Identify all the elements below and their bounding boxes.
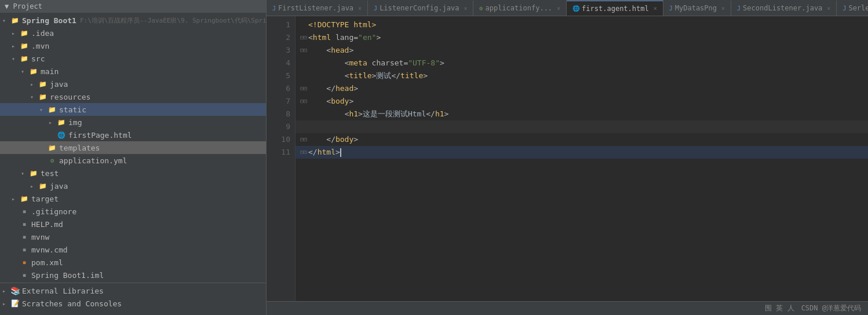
arrow-src bbox=[12, 56, 20, 62]
tree-item-firstpage[interactable]: 🌐 firstPage.html bbox=[0, 129, 266, 141]
tree-item-application[interactable]: ⚙ application.yml bbox=[0, 154, 266, 167]
folder-icon: 📁 bbox=[20, 28, 29, 38]
templates-label: templates bbox=[59, 144, 100, 152]
tree-item-mvn[interactable]: 📁 .mvn bbox=[0, 39, 266, 52]
tab-serletconfig[interactable]: J SerletConfig.java × bbox=[837, 1, 868, 16]
tab-label: first.agent.html bbox=[582, 5, 649, 13]
springboot1-label: Spring Boot1 bbox=[22, 16, 76, 25]
yml-icon: ⚙ bbox=[48, 156, 57, 165]
arrow-test bbox=[21, 170, 29, 177]
folder-icon: 📁 bbox=[20, 41, 29, 50]
html-icon: 🌐 bbox=[57, 130, 66, 140]
fold-marker[interactable]: ⊟ bbox=[300, 133, 308, 146]
tree-item-idea[interactable]: 📁 .idea bbox=[0, 27, 266, 39]
tree-item-java[interactable]: 📁 java bbox=[0, 78, 266, 90]
scratches-icon: 📝 bbox=[10, 299, 20, 308]
pomxml-label: pom.xml bbox=[31, 258, 63, 267]
code-text: 这是一段测试Html bbox=[363, 108, 426, 120]
tab-listenerconfig[interactable]: J ListenerConfig.java × bbox=[368, 1, 473, 16]
tree-item-scratches[interactable]: 📝 Scratches and Consoles bbox=[0, 297, 266, 310]
tab-firstagent[interactable]: 🌐 first.agent.html × bbox=[567, 1, 663, 16]
folder-brown-icon: 📁 bbox=[48, 105, 57, 114]
line-num-2: 2 bbox=[267, 31, 290, 44]
tab-close-icon[interactable]: × bbox=[721, 5, 725, 12]
helpmd-label: HELP.md bbox=[31, 220, 63, 229]
scratches-label: Scratches and Consoles bbox=[22, 299, 122, 308]
tree-item-pomxml[interactable]: ▪ pom.xml bbox=[0, 256, 266, 269]
code-text: title bbox=[400, 69, 423, 82]
fold-marker[interactable]: ⊟ bbox=[300, 82, 308, 95]
tab-close-icon[interactable]: × bbox=[557, 5, 560, 12]
code-editor[interactable]: <!DOCTYPE html> ⊟ <html lang="en"> ⊟ <he… bbox=[296, 16, 868, 301]
tab-close-icon[interactable]: × bbox=[827, 5, 830, 12]
arrow-main bbox=[21, 68, 29, 75]
tree-item-static[interactable]: 📁 static bbox=[0, 103, 266, 116]
code-text bbox=[308, 82, 326, 95]
code-text bbox=[308, 44, 326, 57]
code-text: lang= bbox=[331, 31, 358, 44]
tab-label: applicationfy... bbox=[485, 4, 552, 12]
tab-close-icon[interactable]: × bbox=[654, 5, 657, 12]
tree-item-test-java[interactable]: 📁 java bbox=[0, 180, 266, 192]
tab-mydatas[interactable]: J MyDatasPng × bbox=[663, 1, 731, 16]
java-file-icon: J bbox=[737, 5, 741, 12]
code-line-1: <!DOCTYPE html> bbox=[296, 19, 868, 31]
code-text: > bbox=[353, 133, 358, 146]
tab-applicationfy[interactable]: ⚙ applicationfy... × bbox=[473, 1, 567, 16]
test-java-label: java bbox=[50, 182, 68, 191]
project-tree: 📁 Spring Boot1 F:\培训\百战程序员--JavaEE班\9. S… bbox=[0, 13, 266, 315]
tree-item-mvnwcmd[interactable]: ▪ mvnw.cmd bbox=[0, 243, 266, 256]
tab-close-icon[interactable]: × bbox=[464, 5, 467, 12]
tree-item-templates[interactable]: 📁 templates bbox=[0, 141, 266, 154]
md-icon: ▪ bbox=[20, 219, 29, 229]
tree-item-gitignore[interactable]: ▪ .gitignore bbox=[0, 205, 266, 218]
iml-icon: ▪ bbox=[20, 270, 29, 280]
tree-item-external-libraries[interactable]: 📚 External Libraries bbox=[0, 284, 266, 297]
arrow-springboot1 bbox=[2, 17, 10, 24]
code-line-11: ⊟ </html> bbox=[296, 146, 868, 159]
fold-marker[interactable]: ⊟ bbox=[300, 146, 308, 159]
tree-item-img[interactable]: 📁 img bbox=[0, 116, 266, 129]
arrow-java bbox=[30, 81, 38, 87]
tree-item-helpmd[interactable]: ▪ HELP.md bbox=[0, 218, 266, 230]
fold-marker[interactable]: ⊟ bbox=[300, 44, 308, 57]
code-text: 测试 bbox=[376, 69, 391, 82]
code-text: > bbox=[440, 57, 444, 69]
tab-firstlistener[interactable]: J FirstListener.java × bbox=[267, 1, 368, 16]
tab-label: ListenerConfig.java bbox=[380, 4, 459, 12]
tree-item-test[interactable]: 📁 test bbox=[0, 167, 266, 180]
code-text: > bbox=[372, 69, 377, 82]
code-line-9 bbox=[296, 120, 868, 133]
tab-secondlistener[interactable]: J SecondListener.java × bbox=[731, 1, 837, 16]
folder-brown-icon: 📁 bbox=[48, 143, 57, 152]
tree-item-main[interactable]: 📁 main bbox=[0, 65, 266, 78]
tree-item-mvnw[interactable]: ▪ mvnw bbox=[0, 230, 266, 243]
code-text bbox=[308, 133, 326, 146]
arrow-img bbox=[49, 119, 57, 126]
code-text: > bbox=[335, 146, 340, 159]
arrow-static bbox=[39, 107, 48, 113]
folder-icon: 📁 bbox=[29, 169, 38, 178]
code-text bbox=[308, 120, 313, 133]
tree-item-resources[interactable]: 📁 resources bbox=[0, 90, 266, 103]
tree-item-springboot1[interactable]: 📁 Spring Boot1 F:\培训\百战程序员--JavaEE班\9. S… bbox=[0, 14, 266, 27]
folder-icon: 📁 bbox=[29, 67, 38, 76]
line-num-10: 10 bbox=[267, 133, 290, 146]
fold-marker[interactable]: ⊟ bbox=[300, 95, 308, 108]
line-num-11: 11 bbox=[267, 146, 290, 159]
tree-item-src[interactable]: 📁 src bbox=[0, 52, 266, 65]
tree-item-target[interactable]: 📁 target bbox=[0, 192, 266, 205]
static-label: static bbox=[59, 105, 86, 114]
fold-marker[interactable]: ⊟ bbox=[300, 31, 308, 44]
code-text bbox=[308, 57, 345, 69]
tab-label: SecondListener.java bbox=[743, 4, 822, 12]
tree-item-springbootiml[interactable]: ▪ Spring Boot1.iml bbox=[0, 269, 266, 281]
tab-close-icon[interactable]: × bbox=[358, 5, 362, 12]
code-text: head bbox=[331, 44, 349, 57]
folder-icon: 📁 bbox=[20, 54, 29, 63]
tree-separator bbox=[0, 283, 266, 283]
code-text: > bbox=[353, 82, 358, 95]
firstpage-label: firstPage.html bbox=[68, 131, 132, 140]
tab-bar: J FirstListener.java × J ListenerConfig.… bbox=[267, 0, 868, 16]
code-text: < bbox=[345, 57, 349, 69]
